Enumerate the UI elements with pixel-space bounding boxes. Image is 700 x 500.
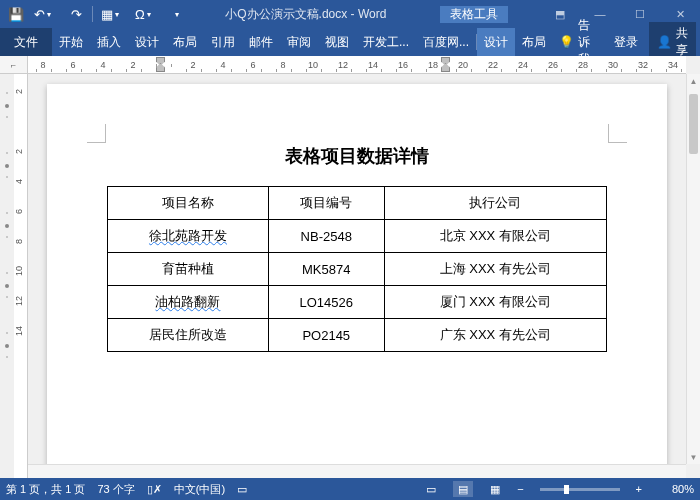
workspace: ⌐ 86422468101214161820222426283032343638… [0, 56, 700, 478]
login-button[interactable]: 登录 [607, 28, 645, 56]
language-indicator[interactable]: 中文(中国) [174, 482, 225, 497]
ruler-tick: 34 [658, 60, 686, 70]
tab-baidu[interactable]: 百度网... [416, 28, 476, 56]
undo-button[interactable]: ↶ [30, 2, 62, 26]
tab-file[interactable]: 文件 [0, 28, 52, 56]
save-icon[interactable]: 💾 [4, 2, 28, 26]
ruler-tick: 12 [14, 284, 24, 314]
table-cell[interactable]: MK5874 [268, 253, 384, 286]
read-mode-icon[interactable]: ▭ [421, 481, 441, 497]
horizontal-ruler[interactable]: 8642246810121416182022242628303234363840 [28, 56, 686, 74]
ruler-tick: 8 [14, 224, 24, 254]
status-bar: 第 1 页，共 1 页 73 个字 ▯✗ 中文(中国) ▭ ▭ ▤ ▦ − + … [0, 478, 700, 500]
page[interactable]: 表格项目数据详情 项目名称项目编号执行公司徐北苑路开发NB-2548北京 XXX… [47, 84, 667, 478]
ruler-tick: 6 [238, 60, 268, 70]
table-row[interactable]: 育苗种植MK5874上海 XXX 有先公司 [108, 253, 607, 286]
table-cell[interactable]: 育苗种植 [108, 253, 269, 286]
table-cell[interactable]: LO14526 [268, 286, 384, 319]
data-table[interactable]: 项目名称项目编号执行公司徐北苑路开发NB-2548北京 XXX 有限公司育苗种植… [107, 186, 607, 352]
tab-table-layout[interactable]: 布局 [515, 28, 553, 56]
table-header-cell[interactable]: 执行公司 [384, 187, 606, 220]
nav-dot [5, 164, 9, 168]
nav-dot [5, 224, 9, 228]
table-cell[interactable]: 上海 XXX 有先公司 [384, 253, 606, 286]
ruler-tick: 10 [298, 60, 328, 70]
ruler-tick: 2 [178, 60, 208, 70]
table-cell[interactable]: 广东 XXX 有先公司 [384, 319, 606, 352]
print-layout-icon[interactable]: ▤ [453, 481, 473, 497]
table-header-cell[interactable]: 项目名称 [108, 187, 269, 220]
table-cell[interactable]: 徐北苑路开发 [108, 220, 269, 253]
zoom-slider[interactable] [540, 488, 620, 491]
nav-dots [0, 74, 14, 478]
redo-button[interactable]: ↷ [64, 2, 88, 26]
ruler-tick: 4 [208, 60, 238, 70]
share-label: 共享 [676, 25, 688, 59]
qat-separator [92, 6, 93, 22]
tab-review[interactable]: 审阅 [280, 28, 318, 56]
scroll-thumb[interactable] [689, 94, 698, 154]
tab-references[interactable]: 引用 [204, 28, 242, 56]
ruler-tick: 2 [14, 134, 24, 164]
table-cell[interactable]: 居民住所改造 [108, 319, 269, 352]
table-cell[interactable]: 厦门 XXX 有限公司 [384, 286, 606, 319]
indent-marker[interactable] [156, 63, 165, 72]
horizontal-scrollbar[interactable] [28, 464, 686, 478]
table-tool-icon[interactable]: ▦ [97, 2, 129, 26]
window-title: 小Q办公演示文稿.docx - Word 表格工具 [193, 6, 540, 23]
ruler-tick: 8 [28, 60, 58, 70]
scroll-down-icon[interactable]: ▼ [687, 450, 700, 464]
document-heading[interactable]: 表格项目数据详情 [107, 144, 607, 168]
ruler-tick: 8 [268, 60, 298, 70]
web-layout-icon[interactable]: ▦ [485, 481, 505, 497]
zoom-out-button[interactable]: − [517, 483, 523, 495]
ruler-tick: 14 [358, 60, 388, 70]
context-tab-label: 表格工具 [440, 6, 508, 23]
tab-mailings[interactable]: 邮件 [242, 28, 280, 56]
qat-customize-icon[interactable]: ▾ [165, 2, 189, 26]
omega-icon[interactable]: Ω [131, 2, 163, 26]
table-row[interactable]: 油柏路翻新LO14526厦门 XXX 有限公司 [108, 286, 607, 319]
doc-title-text: 小Q办公演示文稿.docx - Word [225, 7, 386, 21]
ruler-tick: 26 [538, 60, 568, 70]
ruler-tick: 10 [14, 254, 24, 284]
ruler-tick: 6 [14, 194, 24, 224]
nav-dot [5, 104, 9, 108]
ruler-tick: 30 [598, 60, 628, 70]
table-row[interactable]: 居民住所改造PO2145广东 XXX 有先公司 [108, 319, 607, 352]
accessibility-icon[interactable]: ▭ [237, 483, 247, 496]
table-header-cell[interactable]: 项目编号 [268, 187, 384, 220]
bulb-icon: 💡 [559, 35, 574, 49]
ruler-corner[interactable]: ⌐ [0, 56, 28, 74]
nav-dot [5, 344, 9, 348]
quick-access-toolbar: 💾 ↶ ↷ ▦ Ω ▾ [0, 2, 193, 26]
table-cell[interactable]: 油柏路翻新 [108, 286, 269, 319]
ruler-tick: 16 [388, 60, 418, 70]
ruler-tick: 20 [448, 60, 478, 70]
tab-table-design[interactable]: 设计 [477, 28, 515, 56]
proofing-icon[interactable]: ▯✗ [147, 483, 162, 496]
zoom-in-button[interactable]: + [636, 483, 642, 495]
table-cell[interactable]: 北京 XXX 有限公司 [384, 220, 606, 253]
person-icon: 👤 [657, 35, 672, 49]
table-row[interactable]: 徐北苑路开发NB-2548北京 XXX 有限公司 [108, 220, 607, 253]
vertical-ruler[interactable]: 22468101214 [14, 74, 28, 478]
tab-design[interactable]: 设计 [128, 28, 166, 56]
tab-developer[interactable]: 开发工... [356, 28, 416, 56]
zoom-knob[interactable] [564, 485, 569, 494]
ruler-tick: 2 [14, 74, 24, 104]
tab-home[interactable]: 开始 [52, 28, 90, 56]
word-count[interactable]: 73 个字 [97, 482, 134, 497]
tab-layout[interactable]: 布局 [166, 28, 204, 56]
zoom-level[interactable]: 80% [654, 483, 694, 495]
document-area[interactable]: 表格项目数据详情 项目名称项目编号执行公司徐北苑路开发NB-2548北京 XXX… [28, 74, 686, 478]
scroll-up-icon[interactable]: ▲ [687, 74, 700, 88]
table-cell[interactable]: NB-2548 [268, 220, 384, 253]
tab-view[interactable]: 视图 [318, 28, 356, 56]
ruler-tick: 32 [628, 60, 658, 70]
table-row[interactable]: 项目名称项目编号执行公司 [108, 187, 607, 220]
page-indicator[interactable]: 第 1 页，共 1 页 [6, 482, 85, 497]
table-cell[interactable]: PO2145 [268, 319, 384, 352]
vertical-scrollbar[interactable]: ▲ ▼ [686, 74, 700, 464]
tab-insert[interactable]: 插入 [90, 28, 128, 56]
